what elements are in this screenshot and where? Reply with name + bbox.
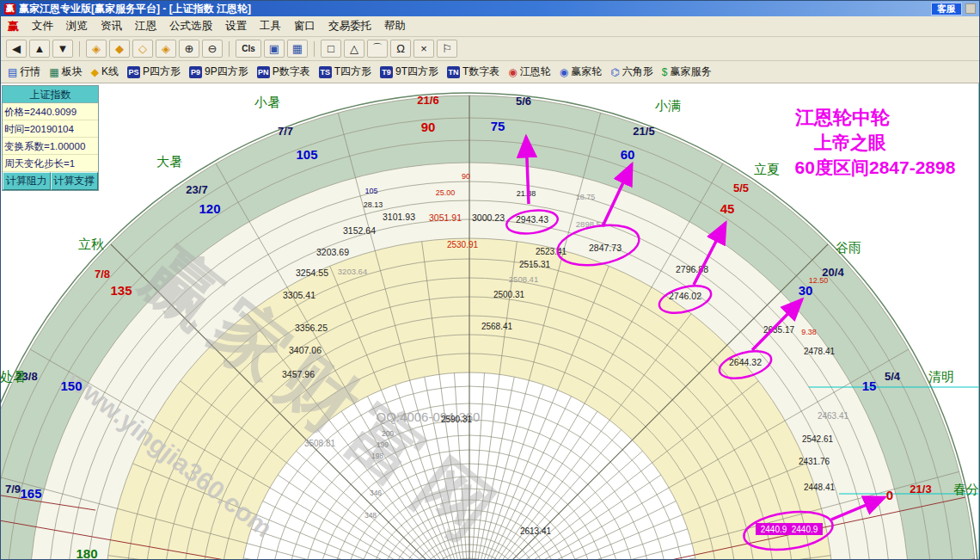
down-icon[interactable]: ▼ <box>52 40 73 58</box>
wheel-value: 2508.41 <box>509 274 538 284</box>
t-square-tab[interactable]: TST四方形 <box>319 65 371 79</box>
loop-tool-icon[interactable]: Ω <box>390 40 411 58</box>
wheel-value: 2746.02 <box>669 291 701 301</box>
title-bar: 赢 赢家江恩专业版[赢家服务平台] - [上证指数 江恩轮] 客服 <box>1 1 979 16</box>
date-label: 21/5 <box>633 125 654 138</box>
p-square-tab[interactable]: PSP四方形 <box>127 65 181 79</box>
wheel-value: 199 <box>377 440 389 449</box>
rect-tool-icon[interactable]: □ <box>321 40 341 58</box>
wheel-value: 90 <box>462 172 470 181</box>
zoom-out-icon[interactable]: ⊖ <box>202 40 223 58</box>
hexagon-tab-icon: ⌬ <box>610 67 619 77</box>
date-label: 23/7 <box>186 183 207 196</box>
sector-tab-label: 板块 <box>62 65 83 79</box>
wheel-value: 3508.81 <box>304 439 336 448</box>
annotation-text: 上帝之眼 <box>813 132 886 152</box>
p-square-tab-icon: PS <box>127 66 140 78</box>
winner-service-tab[interactable]: $赢家服务 <box>662 65 712 79</box>
info-row: 价格=2440.9099 <box>3 103 98 120</box>
wheel-value: 346 <box>370 489 382 497</box>
gann-wheel-canvas[interactable]: 赢家财富网www.yingjia360.comQQ:4006-094-36090… <box>1 83 980 560</box>
menu-item-8[interactable]: 窗口 <box>294 19 315 34</box>
solar-term-label: 春分 <box>953 482 979 496</box>
support-button[interactable]: 客服 <box>931 3 962 15</box>
menu-item-5[interactable]: 公式选股 <box>169 19 212 34</box>
zoom-in-icon[interactable]: ⊕ <box>179 40 199 58</box>
calc-support-button[interactable]: 计算支撑 <box>51 172 99 190</box>
wheel-value: 2523.41 <box>536 247 567 256</box>
back-icon[interactable]: ◀ <box>6 40 27 58</box>
wheel-value: 3203.64 <box>338 267 367 276</box>
wheel-value: 18.75 <box>576 193 596 201</box>
diamond-outline-icon[interactable]: ◇ <box>132 40 153 58</box>
winner-service-tab-icon: $ <box>662 67 668 77</box>
t-table-tab[interactable]: TNT数字表 <box>447 65 499 79</box>
toolbar-separator <box>314 41 315 57</box>
degree-label: 150 <box>60 378 82 393</box>
wheel-value: 3356.25 <box>295 323 328 333</box>
wheel-value: 2530.91 <box>447 240 479 249</box>
hexagon-tab[interactable]: ⌬六角形 <box>610 65 652 79</box>
date-label: 5/5 <box>733 182 749 194</box>
wheel-value: 3305.41 <box>283 290 315 300</box>
wheel-value: 3457.96 <box>282 369 315 379</box>
menu-item-10[interactable]: 帮助 <box>384 19 406 34</box>
wheel-value: 2500.31 <box>493 290 525 299</box>
layout-icon[interactable]: ▦ <box>287 40 308 58</box>
menu-item-7[interactable]: 工具 <box>260 19 281 34</box>
winner-service-tab-label: 赢家服务 <box>671 65 712 79</box>
sector-tab-icon: ▦ <box>49 67 58 77</box>
chart-window-icon[interactable]: ▣ <box>264 40 285 58</box>
winner-wheel-tab-icon: ◉ <box>560 67 568 77</box>
9t-square-tab[interactable]: T99T四方形 <box>380 65 438 79</box>
diamond-small-icon[interactable]: ◈ <box>86 40 107 58</box>
window-control-icon[interactable] <box>965 3 976 14</box>
degree-label: 30 <box>799 283 813 298</box>
menu-item-6[interactable]: 设置 <box>225 19 247 34</box>
quote-tab[interactable]: ▤行情 <box>8 65 40 79</box>
menu-item-3[interactable]: 资讯 <box>101 19 122 34</box>
p-table-tab[interactable]: PNP数字表 <box>257 65 310 79</box>
diamond-icon[interactable]: ◆ <box>109 40 130 58</box>
triangle-tool-icon[interactable]: △ <box>344 40 364 58</box>
wheel-value: 21.88 <box>517 189 536 198</box>
wheel-value: 28.13 <box>364 200 383 209</box>
cls-button[interactable]: Cls <box>236 40 261 58</box>
wheel-value: 348 <box>364 511 377 520</box>
date-label: 21/3 <box>910 483 931 495</box>
kline-tab[interactable]: ◆K线 <box>91 65 119 79</box>
up-icon[interactable]: ▲ <box>29 40 50 58</box>
wheel-value: 2943.43 <box>516 214 548 225</box>
wheel-value: 2463.41 <box>818 411 849 421</box>
gann-wheel-tab[interactable]: ◉江恩轮 <box>508 65 550 79</box>
calc-resistance-button[interactable]: 计算阻力 <box>3 172 51 190</box>
sector-tab[interactable]: ▦板块 <box>49 65 82 79</box>
solar-term-label: 小满 <box>654 98 681 113</box>
clear-tool-icon[interactable]: ⚐ <box>437 40 457 58</box>
date-label: 7/9 <box>5 483 21 495</box>
menu-item-9[interactable]: 交易委托 <box>328 19 371 34</box>
quote-tab-icon: ▤ <box>8 67 17 77</box>
wheel-value: 2431.76 <box>799 457 830 466</box>
info-row: 变换系数=1.00000 <box>3 138 98 155</box>
menu-item-1[interactable]: 文件 <box>32 19 53 34</box>
date-label: 7/8 <box>95 268 110 280</box>
winner-wheel-tab[interactable]: ◉赢家轮 <box>560 65 602 79</box>
degree-label: 45 <box>720 201 735 216</box>
wheel-value: 2847.73 <box>589 243 622 253</box>
arc-tool-icon[interactable]: ⌒ <box>367 40 388 58</box>
degree-label: 75 <box>491 119 505 133</box>
wheel-value: 2440.9 <box>761 525 787 534</box>
solar-term-label: 谷雨 <box>836 240 861 255</box>
wheel-value: 2613.41 <box>520 526 552 536</box>
cross-tool-icon[interactable]: × <box>413 40 434 58</box>
diamond-dot-icon[interactable]: ◈ <box>156 40 176 58</box>
9t-square-tab-label: 9T四方形 <box>395 65 438 79</box>
menu-item-4[interactable]: 江恩 <box>135 19 156 34</box>
menu-item-2[interactable]: 浏览 <box>66 19 88 34</box>
9p-square-tab[interactable]: P99P四方形 <box>189 65 248 79</box>
wheel-value: 3000.23 <box>472 212 505 223</box>
wheel-value: 2542.61 <box>802 434 834 444</box>
p-square-tab-label: P四方形 <box>143 65 181 79</box>
p-table-tab-icon: PN <box>257 66 270 78</box>
